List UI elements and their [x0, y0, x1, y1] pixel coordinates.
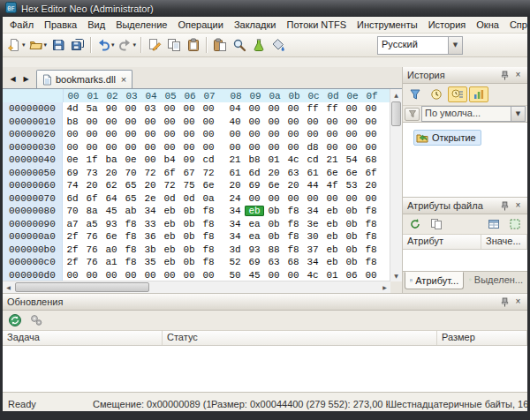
hex-byte-cell[interactable]: 0e — [63, 154, 82, 165]
hex-byte-cell[interactable]: 00 — [121, 142, 140, 153]
hex-byte-cell[interactable]: 00 — [102, 270, 121, 281]
hex-byte-cell[interactable]: cd — [199, 154, 218, 165]
hex-byte-cell[interactable]: 00 — [342, 103, 361, 114]
hex-byte-cell[interactable]: 00 — [361, 103, 381, 114]
find-button[interactable] — [230, 35, 249, 55]
hex-byte-cell[interactable]: 69 — [63, 168, 82, 178]
hex-byte-cell[interactable]: 33 — [140, 219, 160, 229]
hex-byte-cell[interactable]: 6e — [102, 231, 121, 242]
hex-byte-cell[interactable]: 72 — [140, 168, 160, 178]
hex-byte-cell[interactable]: 62 — [102, 180, 121, 191]
hex-byte-cell[interactable]: 0a — [199, 193, 218, 204]
hex-byte-cell[interactable]: 00 — [179, 116, 199, 127]
hex-byte-cell[interactable]: 76 — [82, 257, 102, 267]
hex-byte-cell[interactable]: ff — [303, 103, 322, 114]
history-chart-button[interactable] — [469, 86, 488, 102]
hex-byte-cell[interactable]: f8 — [361, 206, 381, 216]
hex-byte-cell[interactable]: 64 — [102, 193, 121, 204]
hex-byte-cell[interactable]: f8 — [121, 257, 140, 267]
hex-byte-cell[interactable]: 20 — [361, 180, 381, 191]
hex-byte-cell[interactable]: cd — [303, 154, 322, 165]
hex-byte-cell[interactable]: 00 — [342, 193, 361, 204]
hex-byte-cell[interactable]: 4f — [322, 180, 342, 191]
hex-byte-cell[interactable]: 61 — [225, 168, 245, 178]
hex-byte-cell[interactable]: 00 — [245, 193, 264, 204]
hex-byte-cell[interactable]: 0b — [342, 257, 361, 267]
hex-byte-cell[interactable]: 88 — [264, 244, 284, 255]
hex-byte-cell[interactable]: f8 — [284, 231, 303, 242]
hex-byte-cell[interactable]: 44 — [303, 180, 322, 191]
hex-byte-cell[interactable]: 00 — [121, 116, 140, 127]
language-selector[interactable]: Русский ▼ — [377, 36, 463, 55]
hex-byte-cell[interactable]: f8 — [199, 219, 218, 229]
updates-settings-button[interactable] — [26, 312, 46, 328]
hex-byte-cell[interactable]: 01 — [264, 154, 284, 165]
hex-byte-cell[interactable]: 35 — [140, 257, 160, 267]
hex-byte-cell[interactable]: 65 — [121, 180, 140, 191]
chevron-down-icon[interactable]: ▼ — [448, 37, 462, 54]
hex-byte-cell[interactable]: 00 — [322, 129, 342, 139]
hex-byte-cell[interactable]: 6d — [63, 193, 82, 204]
hex-byte-cell[interactable]: 6e — [264, 180, 284, 191]
fill-button[interactable] — [269, 35, 288, 55]
hex-byte-cell[interactable]: 00 — [303, 193, 322, 204]
close-icon[interactable]: × — [511, 199, 525, 212]
hex-byte-cell[interactable]: 00 — [199, 103, 218, 114]
hex-byte-cell[interactable]: 45 — [102, 206, 121, 216]
menu-item-help[interactable]: Справка — [504, 18, 527, 32]
hex-byte-cell[interactable]: 34 — [225, 206, 245, 216]
hex-byte-cell[interactable]: 63 — [284, 168, 303, 178]
hex-byte-cell[interactable]: 00 — [121, 129, 140, 139]
hex-byte-cell[interactable]: 00 — [264, 193, 284, 204]
hex-byte-cell[interactable]: 74 — [63, 180, 82, 191]
hex-byte-cell[interactable]: 2f — [63, 231, 82, 242]
column-header-task[interactable]: Задача — [3, 331, 163, 345]
hex-byte-cell[interactable]: 00 — [361, 193, 381, 204]
hex-byte-cell[interactable]: f8 — [199, 244, 218, 255]
save-button[interactable] — [49, 35, 68, 55]
hex-byte-cell[interactable]: 0b — [342, 244, 361, 255]
hex-byte-cell[interactable]: ea — [245, 219, 264, 229]
hex-byte-cell[interactable]: 36 — [140, 231, 160, 242]
hex-byte-cell[interactable]: a0 — [102, 244, 121, 255]
hex-byte-cell[interactable]: b8 — [63, 116, 82, 127]
hex-byte-cell[interactable]: 6f — [361, 168, 381, 178]
hex-byte-cell[interactable]: 3e — [303, 219, 322, 229]
hex-byte-cell[interactable]: 0d — [160, 193, 179, 204]
hex-byte-cell[interactable]: 34 — [225, 219, 245, 229]
hex-byte-cell[interactable]: f8 — [199, 231, 218, 242]
hex-byte-cell[interactable]: 00 — [284, 129, 303, 139]
hex-byte-cell[interactable]: 70 — [121, 168, 140, 178]
history-item-opening[interactable]: Открытие — [413, 130, 481, 146]
hex-byte-cell[interactable]: a5 — [82, 219, 102, 229]
hex-byte-cell[interactable]: 00 — [225, 129, 245, 139]
hex-byte-cell[interactable]: 34 — [303, 257, 322, 267]
hex-byte-cell[interactable]: f8 — [284, 206, 303, 216]
hex-byte-cell[interactable]: 00 — [82, 116, 102, 127]
hex-byte-cell[interactable]: f8 — [284, 244, 303, 255]
hex-byte-cell[interactable]: 69 — [245, 180, 264, 191]
hex-byte-cell[interactable]: 69 — [245, 257, 264, 267]
hex-byte-cell[interactable]: eb — [160, 244, 179, 255]
hex-byte-cell[interactable]: 63 — [264, 257, 284, 267]
menu-item-ntfs-streams[interactable]: Потоки NTFS — [282, 18, 352, 32]
redo-button[interactable]: ▾ — [117, 35, 139, 55]
hex-byte-cell[interactable]: 20 — [140, 180, 160, 191]
hex-byte-cell[interactable]: 1f — [82, 154, 102, 165]
pin-icon[interactable] — [498, 69, 511, 81]
hex-byte-cell[interactable]: 00 — [102, 129, 121, 139]
hex-byte-cell[interactable]: 0b — [342, 219, 361, 229]
copy-button[interactable] — [164, 35, 184, 55]
hex-byte-cell[interactable]: 54 — [342, 154, 361, 165]
hex-byte-cell[interactable]: 93 — [245, 244, 264, 255]
hex-byte-cell[interactable]: 67 — [179, 168, 199, 178]
hex-byte-cell[interactable]: 00 — [322, 116, 342, 127]
hex-byte-cell[interactable]: 53 — [342, 180, 361, 191]
hex-byte-cell[interactable]: b4 — [160, 154, 179, 165]
hex-byte-cell[interactable]: 20 — [82, 180, 102, 191]
hex-byte-cell[interactable]: 4c — [284, 154, 303, 165]
hex-byte-cell[interactable]: f8 — [121, 219, 140, 229]
hex-byte-cell[interactable]: 4d — [63, 103, 82, 114]
hex-byte-cell[interactable]: 00 — [82, 142, 102, 153]
history-preset-menu-button[interactable] — [405, 108, 420, 121]
